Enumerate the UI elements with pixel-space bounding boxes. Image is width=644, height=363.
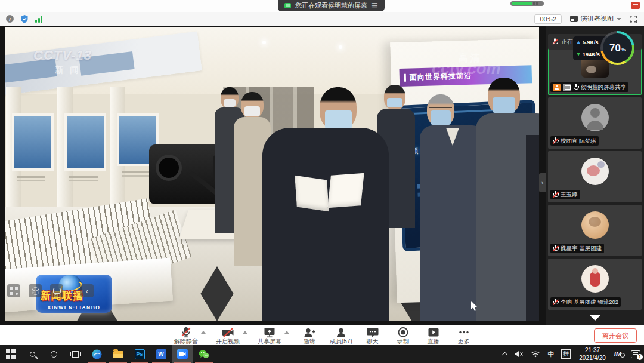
taskbar-edge[interactable] — [86, 345, 107, 363]
start-button[interactable] — [0, 345, 21, 363]
cortana-icon — [51, 351, 57, 358]
grid-glyph — [10, 287, 18, 295]
bar — [41, 16, 42, 23]
mask — [325, 110, 352, 129]
upload-value: 5.9K/s — [583, 39, 599, 45]
segment — [524, 2, 527, 5]
segment — [536, 2, 538, 5]
taskbar-clock[interactable]: 21:37 2021/4/20 — [574, 346, 611, 362]
ime-tool[interactable]: IM — [611, 345, 627, 363]
shared-video-frame: 面向世界科技前沿 顶天立地树人 — [5, 27, 539, 321]
participant-label: 校团宣 阮梦琪 — [550, 136, 599, 146]
participant-name: 魏星宇 基层团建 — [561, 245, 602, 253]
toolbar-left-icons — [6, 14, 42, 23]
participant-tile[interactable]: 校团宣 阮梦琪 — [548, 97, 642, 149]
volume-level-indicator — [510, 1, 544, 6]
control-label: 开启视频 — [216, 339, 240, 344]
segment — [533, 2, 535, 5]
mute-slash — [552, 39, 558, 45]
ime-logo-icon: IM — [614, 350, 624, 358]
chevron-up-icon[interactable] — [243, 331, 247, 334]
taskbar-meeting-app[interactable] — [172, 345, 193, 363]
camera-off-icon — [221, 327, 234, 339]
mute-slash — [553, 138, 559, 144]
participant-tile[interactable]: 王玉婷 — [548, 151, 642, 202]
wifi-status[interactable] — [527, 345, 544, 363]
segment — [512, 2, 515, 5]
participant-tile[interactable]: 李晌 基层团建 物流202 — [548, 259, 642, 310]
more-button[interactable]: 更多 — [454, 327, 474, 344]
gauge-unit: % — [621, 47, 626, 53]
scene-blue-panel — [67, 116, 104, 168]
participant-name: 李晌 基层团建 物流202 — [561, 299, 618, 306]
book-left-page — [295, 176, 329, 211]
scroll-down-arrow[interactable] — [590, 315, 600, 321]
meeting-info-icon[interactable] — [6, 15, 14, 23]
screen-share-icon — [563, 84, 571, 91]
security-shield-icon[interactable] — [20, 14, 29, 23]
share-screen-button[interactable]: 共享屏幕 — [258, 327, 289, 344]
participant-label: 李晌 基层团建 物流202 — [550, 297, 621, 307]
taskbar-search[interactable] — [21, 345, 43, 363]
chat-button[interactable]: 聊天 — [363, 327, 383, 344]
taskbar-file-explorer[interactable] — [107, 345, 129, 363]
collapse-left-icon[interactable]: ‹ — [80, 284, 94, 297]
chevron-up-icon[interactable] — [284, 331, 289, 334]
book-right-page — [327, 173, 364, 208]
network-signal-icon — [35, 16, 42, 23]
chevron-up-icon — [502, 352, 508, 358]
banner-menu-icon[interactable]: ☰ — [371, 2, 378, 10]
ime-indicator[interactable]: 拼 — [558, 345, 574, 363]
control-label: 直播 — [428, 339, 439, 344]
start-video-button[interactable]: 开启视频 — [216, 327, 247, 344]
participant-tile[interactable]: 魏星宇 基层团建 — [548, 205, 642, 256]
shared-screen-top-strip: 您正在观看侯明慧的屏幕 ☰ — [0, 0, 644, 12]
live-stream-button[interactable]: 直播 — [423, 327, 444, 344]
participant-name: 侯明慧的屏幕共享 — [581, 84, 626, 91]
action-center[interactable]: 1 — [627, 345, 644, 363]
language-indicator[interactable]: 中 — [544, 345, 558, 363]
control-label: 成员(57) — [330, 339, 352, 344]
unmute-button[interactable]: 解除静音 — [174, 327, 206, 344]
smile-glyph — [32, 287, 39, 295]
site-watermark: cctv.com — [432, 60, 501, 78]
chevron-up-icon[interactable] — [201, 331, 206, 334]
participant-label: 王玉婷 — [550, 190, 580, 199]
mic-muted-icon — [553, 191, 558, 198]
record-button[interactable]: 录制 — [393, 327, 413, 344]
segment — [530, 2, 532, 5]
chat-bubble-icon[interactable] — [50, 284, 63, 297]
avatar — [581, 104, 609, 131]
meeting-window: 您正在观看侯明慧的屏幕 ☰ 00:52 演讲者视图 — [0, 0, 644, 363]
leave-meeting-button[interactable]: 离开会议 — [594, 328, 637, 343]
fullscreen-icon[interactable] — [630, 16, 637, 23]
watching-banner-text: 您正在观看侯明慧的屏幕 — [295, 1, 367, 10]
gauge-value: 70% — [609, 42, 626, 54]
sidebar-collapse-handle[interactable]: › — [539, 173, 546, 192]
mute-slash — [553, 192, 559, 198]
upload-arrow-icon — [577, 41, 580, 44]
invite-button[interactable]: 邀请 — [299, 327, 320, 344]
tray-expand-chevron[interactable] — [499, 345, 510, 363]
volume-muted[interactable] — [510, 345, 527, 363]
emoji-icon[interactable] — [29, 284, 42, 297]
clock-time: 21:37 — [585, 346, 600, 354]
view-mode-switcher[interactable]: 演讲者视图 — [570, 14, 621, 23]
layout-grid-icon[interactable] — [7, 284, 20, 297]
taskbar-photoshop[interactable]: Ps — [129, 345, 150, 363]
control-group: 解除静音 开启视频 共享屏幕 邀请 成员(57) — [174, 327, 474, 344]
meeting-timer: 00:52 — [534, 14, 562, 24]
members-icon — [335, 327, 348, 339]
segment — [518, 2, 521, 5]
taskbar-wps[interactable]: W — [150, 345, 172, 363]
task-view-button[interactable] — [64, 345, 86, 363]
person-edge-shoulder — [526, 135, 539, 321]
notification-badge: 1 — [637, 354, 643, 360]
toolbar-right: 00:52 演讲者视图 — [534, 14, 637, 24]
mask — [493, 97, 515, 113]
share-screen-icon — [263, 327, 276, 339]
members-button[interactable]: 成员(57) — [330, 327, 352, 344]
search-icon — [30, 352, 35, 357]
taskbar-wechat[interactable] — [193, 345, 215, 363]
cortana-button[interactable] — [43, 345, 64, 363]
